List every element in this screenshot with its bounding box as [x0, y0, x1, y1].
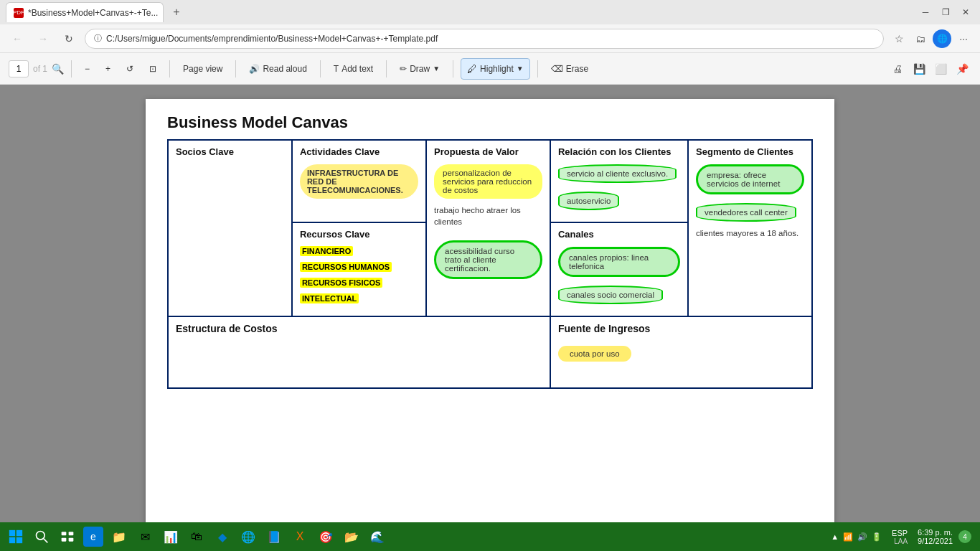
recursos-clave-cell: Recursos Clave FINANCIERO RECURSOS HUMAN…	[292, 222, 426, 316]
zoom-out-button[interactable]: −	[79, 58, 95, 80]
taskbar-right: ▲ 📶 🔊 🔋 ESP LAA 6:39 p. m. 9/12/2021 4	[822, 528, 980, 545]
relacion-item-1: servicio al cliente exclusivo.	[558, 161, 680, 186]
files-icon[interactable]: 📁	[109, 527, 129, 547]
new-tab-button[interactable]: +	[166, 2, 187, 22]
volume-icon[interactable]: 🔊	[857, 532, 867, 542]
tab-title: *Business+Model+Canvas+-+Te...	[28, 8, 158, 18]
estructura-costos-header: Estructura de Costos	[176, 323, 542, 334]
actividades-item-1: INFRAESTRUCTURA DE RED DE TELECOMUNICACI…	[300, 161, 418, 202]
infraestructura-highlight: INFRAESTRUCTURA DE RED DE TELECOMUNICACI…	[300, 164, 418, 199]
minimize-button[interactable]: ─	[917, 4, 934, 21]
recursos-item-1: FINANCIERO	[300, 244, 418, 257]
app11-icon[interactable]: 📂	[341, 527, 362, 547]
svg-rect-8	[62, 538, 67, 542]
propuesta-highlight-3: acessibilidad curso trato al cliente cer…	[434, 240, 542, 279]
mail-icon[interactable]: ✉	[135, 527, 155, 547]
read-aloud-button[interactable]: 🔊 Read aloud	[243, 58, 312, 80]
pin-icon[interactable]: 📌	[953, 60, 971, 78]
fit-page-button[interactable]: ⊡	[143, 58, 162, 80]
address-bar: ← → ↻ ⓘ C:/Users/migue/Documents/emprend…	[0, 24, 980, 53]
language-sub: LAA	[894, 537, 908, 545]
relacion-clientes-header: Relación con los Clientes	[558, 146, 680, 157]
divider-6	[453, 60, 453, 77]
battery-icon[interactable]: 🔋	[872, 532, 882, 542]
canvas-title: Business Model Canvas	[167, 113, 813, 132]
url-text: C:/Users/migue/Documents/emprendimiento/…	[106, 34, 438, 44]
store-icon[interactable]: 🛍	[187, 527, 207, 547]
close-button[interactable]: ✕	[957, 4, 974, 21]
tab-close-button[interactable]: ✕	[162, 8, 164, 18]
forward-button[interactable]: →	[33, 29, 53, 49]
recursos-highlight-4: INTELECTUAL	[300, 293, 359, 303]
relacion-highlight-2: autoservicio	[558, 192, 619, 210]
highlight-button[interactable]: 🖊 Highlight ▼	[461, 58, 530, 80]
search-icon[interactable]: 🔍	[52, 63, 64, 75]
favorites-icon[interactable]: ☆	[890, 29, 908, 48]
svg-rect-6	[62, 532, 67, 535]
recursos-clave-header: Recursos Clave	[300, 229, 418, 240]
tray-arrow[interactable]: ▲	[831, 532, 839, 541]
segmento-clientes-header: Segmento de Clientes	[696, 146, 804, 157]
actividades-clave-header: Actividades Clave	[300, 146, 418, 157]
time-display: 6:39 p. m.	[918, 528, 953, 537]
reload-button[interactable]: ↻	[59, 29, 79, 49]
segmento-item-3: clientes mayores a 18 años.	[696, 227, 804, 239]
propuesta-valor-cell: Propuesta de Valor personalizacion de se…	[426, 140, 550, 316]
print-icon[interactable]: 🖨	[888, 60, 907, 78]
url-bar[interactable]: ⓘ C:/Users/migue/Documents/emprendimient…	[85, 29, 884, 49]
recursos-item-4: INTELECTUAL	[300, 291, 418, 304]
erase-button[interactable]: ⌫ Erase	[545, 58, 594, 80]
relacion-clientes-cell: Relación con los Clientes servicio al cl…	[550, 140, 688, 222]
app10-icon[interactable]: 🎯	[316, 527, 336, 547]
segmento-item-2: vendedores call center	[696, 200, 804, 225]
browser2-icon[interactable]: 🌐	[238, 527, 258, 547]
estructura-costos-cell: Estructura de Costos	[168, 316, 550, 388]
vscode-icon[interactable]: ◆	[212, 527, 232, 547]
actividades-clave-cell: Actividades Clave INFRAESTRUCTURA DE RED…	[292, 140, 426, 222]
active-tab[interactable]: PDF *Business+Model+Canvas+-+Te... ✕	[6, 2, 164, 22]
rotate-button[interactable]: ↺	[121, 58, 139, 80]
app8-icon[interactable]: 📘	[264, 527, 284, 547]
collections-icon[interactable]: 🗂	[911, 29, 930, 48]
divider-5	[386, 60, 387, 77]
svg-rect-1	[17, 530, 22, 536]
save-icon[interactable]: 💾	[910, 60, 928, 78]
profile-icon[interactable]: 🌐	[933, 29, 951, 48]
edge2-icon[interactable]: 🌊	[367, 527, 387, 547]
draw-button[interactable]: ✏ Draw ▼	[394, 58, 446, 80]
socios-clave-header: Socios Clave	[176, 146, 284, 157]
start-button[interactable]	[6, 527, 26, 547]
clock[interactable]: 6:39 p. m. 9/12/2021	[918, 528, 953, 545]
svg-rect-2	[9, 537, 15, 543]
excel-icon[interactable]: 📊	[161, 527, 181, 547]
segmento-item-1: empresa: ofrece servicios de internet	[696, 161, 804, 197]
maximize-button[interactable]: ❐	[937, 4, 954, 21]
segmento-highlight-1: empresa: ofrece servicios de internet	[696, 164, 804, 194]
page-view-button[interactable]: Page view	[177, 58, 228, 80]
canales-item-2: canales socio comercial	[558, 283, 680, 307]
segmento-text-3: clientes mayores a 18 años.	[696, 227, 804, 239]
recursos-highlight-3: RECURSOS FISICOS	[300, 278, 382, 288]
divider-7	[537, 60, 538, 77]
menu-icon[interactable]: ···	[954, 29, 973, 48]
taskview-button[interactable]	[57, 527, 77, 547]
read-aloud-icon: 🔊	[249, 64, 260, 74]
svg-line-5	[44, 539, 48, 543]
tab-favicon: PDF	[14, 8, 24, 18]
divider-4	[320, 60, 321, 77]
highlight-chevron-icon: ▼	[517, 65, 524, 72]
zoom-in-button[interactable]: +	[100, 58, 116, 80]
share-icon[interactable]: ⬜	[931, 60, 950, 78]
canales-highlight-2: canales socio comercial	[558, 286, 663, 304]
page-number-input[interactable]	[9, 60, 29, 77]
edge-icon[interactable]: e	[83, 527, 103, 547]
add-text-button[interactable]: T Add text	[328, 58, 379, 80]
socios-clave-cell: Socios Clave	[168, 140, 292, 316]
pdf-content-area[interactable]: Business Model Canvas Socios Clave Activ…	[0, 85, 980, 522]
wifi-icon[interactable]: 📶	[843, 532, 853, 542]
canvas-table: Socios Clave Actividades Clave INFRAESTR…	[167, 139, 813, 389]
propuesta-item-2: trabajo hecho atraer los clientes	[434, 204, 542, 227]
search-taskbar-button[interactable]	[32, 527, 52, 547]
app9-icon[interactable]: X	[290, 527, 310, 547]
back-button[interactable]: ←	[7, 29, 27, 49]
